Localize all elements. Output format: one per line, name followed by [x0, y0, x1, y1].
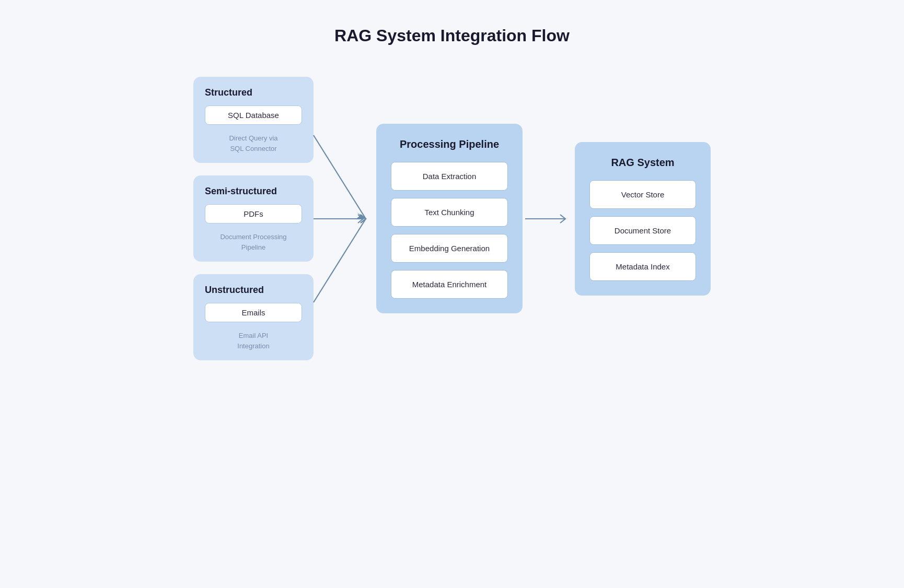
structured-title: Structured — [205, 87, 252, 98]
source-arrows-svg — [314, 93, 376, 344]
page-title: RAG System Integration Flow — [334, 26, 570, 45]
pipeline-title: Processing Pipeline — [391, 138, 508, 150]
unstructured-title: Unstructured — [205, 285, 264, 296]
semi-structured-caption: Document ProcessingPipeline — [205, 232, 302, 252]
document-store-item: Document Store — [589, 216, 696, 245]
metadata-index-item: Metadata Index — [589, 252, 696, 281]
metadata-enrichment-item: Metadata Enrichment — [391, 270, 508, 299]
text-chunking-item: Text Chunking — [391, 198, 508, 227]
sql-database-item: SQL Database — [205, 105, 302, 125]
unstructured-caption: Email APIIntegration — [205, 331, 302, 351]
source-column: Structured SQL Database Direct Query via… — [193, 77, 314, 360]
pipeline-to-rag-arrow — [523, 208, 575, 229]
pipeline-box: Processing Pipeline Data Extraction Text… — [376, 124, 523, 313]
svg-line-0 — [314, 135, 366, 219]
data-extraction-item: Data Extraction — [391, 162, 508, 191]
vector-store-item: Vector Store — [589, 180, 696, 209]
pdfs-item: PDFs — [205, 204, 302, 224]
emails-item: Emails — [205, 303, 302, 322]
rag-system-box: RAG System Vector Store Document Store M… — [575, 142, 711, 296]
diagram: Structured SQL Database Direct Query via… — [86, 77, 818, 360]
rag-title: RAG System — [589, 157, 696, 169]
svg-line-3 — [314, 219, 366, 302]
semi-structured-title: Semi-structured — [205, 186, 277, 197]
semi-structured-box: Semi-structured PDFs Document Processing… — [193, 175, 314, 262]
unstructured-box: Unstructured Emails Email APIIntegration — [193, 274, 314, 360]
source-to-pipeline-arrows — [314, 93, 376, 344]
structured-caption: Direct Query viaSQL Connector — [205, 133, 302, 154]
embedding-generation-item: Embedding Generation — [391, 234, 508, 263]
pipeline-rag-arrow-svg — [523, 208, 575, 229]
structured-box: Structured SQL Database Direct Query via… — [193, 77, 314, 163]
